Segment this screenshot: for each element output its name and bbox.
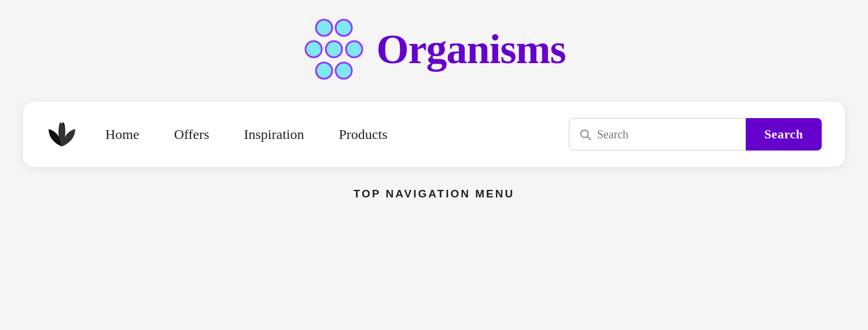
search-button[interactable]: Search bbox=[746, 118, 822, 151]
nav-logo-icon bbox=[46, 119, 78, 150]
svg-point-3 bbox=[326, 41, 342, 57]
svg-point-2 bbox=[306, 41, 322, 57]
nav-link-inspiration[interactable]: Inspiration bbox=[244, 127, 304, 142]
nav-link-offers[interactable]: Offers bbox=[174, 127, 209, 142]
nav-links: Home Offers Inspiration Products bbox=[105, 127, 569, 142]
page-header: Organisms bbox=[302, 17, 565, 81]
svg-point-1 bbox=[336, 20, 352, 36]
svg-point-7 bbox=[580, 130, 588, 138]
svg-point-6 bbox=[336, 63, 352, 79]
nav-card: Home Offers Inspiration Products Search bbox=[23, 102, 845, 167]
nav-link-products[interactable]: Products bbox=[339, 127, 388, 142]
footer-label: TOP NAVIGATION MENU bbox=[354, 188, 514, 200]
search-area: Search bbox=[569, 118, 822, 151]
brand-title: Organisms bbox=[376, 25, 565, 74]
organisms-logo-icon bbox=[302, 17, 366, 81]
nav-link-home[interactable]: Home bbox=[105, 127, 139, 142]
svg-point-4 bbox=[346, 41, 362, 57]
svg-point-0 bbox=[316, 20, 332, 36]
search-icon bbox=[579, 128, 591, 141]
search-input[interactable] bbox=[597, 128, 736, 141]
svg-line-8 bbox=[587, 137, 590, 140]
search-input-wrap bbox=[569, 118, 746, 151]
svg-point-5 bbox=[316, 63, 332, 79]
